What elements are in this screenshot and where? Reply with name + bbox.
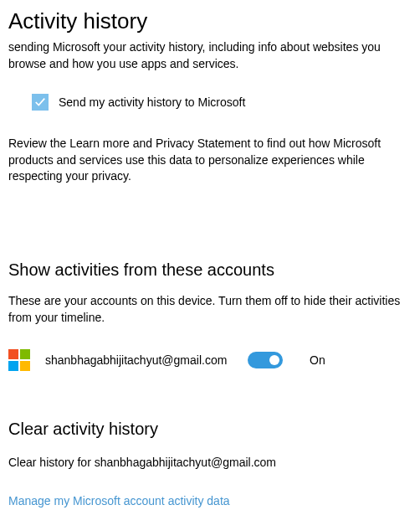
accounts-heading: Show activities from these accounts	[8, 260, 412, 280]
send-activity-checkbox[interactable]	[32, 94, 49, 111]
account-email: shanbhagabhijitachyut@gmail.com	[45, 353, 233, 367]
page-title: Activity history	[8, 8, 412, 34]
clear-history-heading: Clear activity history	[8, 420, 412, 439]
clear-history-description: Clear history for shanbhagabhijitachyut@…	[8, 456, 412, 469]
send-activity-checkbox-row: Send my activity history to Microsoft	[32, 94, 412, 111]
check-icon	[34, 96, 46, 108]
toggle-thumb	[269, 355, 279, 365]
microsoft-logo-icon	[8, 349, 30, 371]
toggle-state-label: On	[310, 353, 325, 367]
account-toggle[interactable]	[248, 352, 283, 368]
manage-activity-link[interactable]: Manage my Microsoft account activity dat…	[8, 494, 230, 507]
account-row: shanbhagabhijitachyut@gmail.com On	[8, 349, 412, 371]
activity-description: sending Microsoft your activity history,…	[8, 39, 412, 72]
accounts-description: These are your accounts on this device. …	[8, 293, 412, 326]
send-activity-label: Send my activity history to Microsoft	[59, 95, 245, 109]
review-privacy-text: Review the Learn more and Privacy Statem…	[8, 136, 412, 185]
